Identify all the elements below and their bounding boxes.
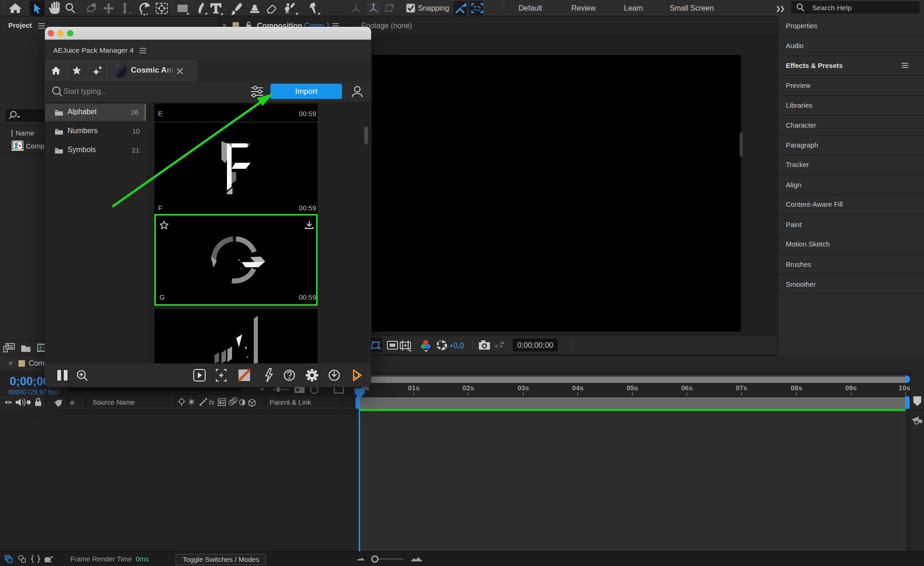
svg-text:#: # bbox=[70, 399, 74, 406]
svg-text:Parent & Link: Parent & Link bbox=[269, 398, 312, 406]
svg-text:Source Name: Source Name bbox=[92, 398, 135, 406]
svg-text:0;00;00;00: 0;00;00;00 bbox=[517, 341, 553, 349]
svg-text:+0,0: +0,0 bbox=[449, 342, 464, 350]
svg-text:fx: fx bbox=[209, 398, 214, 406]
svg-text:Snapping: Snapping bbox=[418, 4, 449, 12]
